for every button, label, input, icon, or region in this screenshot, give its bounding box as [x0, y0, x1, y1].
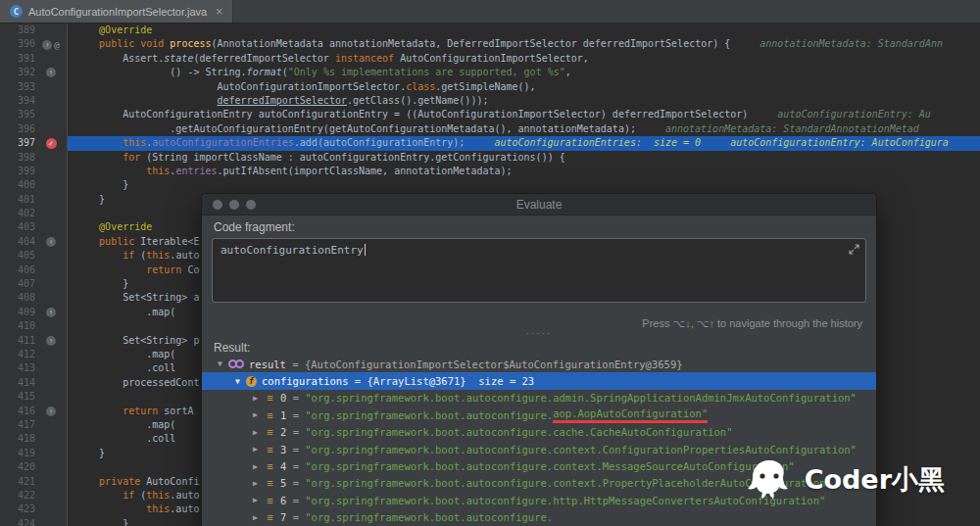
tab-close-icon[interactable]: × [216, 5, 222, 19]
gutter[interactable]: 402 [0, 207, 68, 220]
gutter[interactable]: 400 [0, 178, 68, 192]
gutter[interactable]: 401 [0, 193, 68, 207]
equals-sign: = [286, 409, 305, 421]
code-line-397[interactable]: 397✓ this.autoConfigurationEntries.add(a… [0, 136, 980, 150]
override-marker-icon: ↑ [46, 336, 56, 346]
gutter[interactable]: 407 [0, 277, 68, 291]
item-value: "org.springframework.boot.autoconfigure.… [305, 460, 794, 472]
code-text[interactable]: this.autoConfigurationEntries.add(autoCo… [68, 136, 980, 150]
code-line-398[interactable]: 398 for (String importClassName : autoCo… [0, 151, 980, 165]
tree-row-configurations[interactable]: ▼fconfigurations = {ArrayList@3671} size… [202, 372, 876, 389]
gutter[interactable]: 412 [0, 348, 68, 361]
gutter[interactable]: 419 [0, 447, 68, 460]
at-icon: @ [54, 40, 59, 50]
gutter[interactable]: 390↑@ [0, 37, 68, 51]
line-number: 410 [0, 319, 35, 333]
gutter[interactable]: 398 [0, 151, 68, 165]
code-fragment-input[interactable]: autoConfigurationEntry [212, 238, 866, 303]
gutter[interactable]: 416↑ [0, 405, 68, 418]
gutter[interactable]: 395 [0, 108, 68, 121]
code-line-390[interactable]: 390↑@ public void process(AnnotationMeta… [0, 37, 980, 51]
equals-sign: = [286, 460, 305, 472]
expand-icon[interactable] [849, 244, 859, 255]
gutter[interactable]: 391 [0, 52, 68, 66]
code-text[interactable]: () -> String.format("Only %s implementat… [68, 66, 980, 79]
code-line-391[interactable]: 391 Assert.state(deferredImportSelector … [0, 52, 980, 66]
gutter[interactable]: 420 [0, 460, 68, 474]
tree-row-item-1[interactable]: ▶≡1 = "org.springframework.boot.autoconf… [202, 406, 876, 423]
breakpoint-icon[interactable]: ✓ [46, 138, 57, 149]
expand-arrow-icon[interactable]: ▶ [249, 410, 262, 419]
gutter[interactable]: 396 [0, 122, 68, 136]
code-text[interactable]: this.entries.putIfAbsent(importClassName… [68, 165, 980, 178]
gutter[interactable]: 405 [0, 249, 68, 263]
tree-row-item-7[interactable]: ▶≡7 = "org.springframework.boot.autoconf… [202, 509, 876, 526]
expand-arrow-icon[interactable]: ▼ [214, 359, 226, 368]
gutter[interactable]: 406 [0, 263, 68, 277]
gutter[interactable]: 415 [0, 390, 68, 404]
code-text[interactable]: for (String importClassName : autoConfig… [68, 151, 980, 165]
gutter[interactable]: 413 [0, 361, 68, 375]
text-caret [365, 244, 366, 256]
gutter[interactable]: 410 [0, 319, 68, 333]
item-value: "org.springframework.boot.autoconfigure.… [305, 392, 857, 404]
gutter[interactable]: 411↑ [0, 334, 68, 348]
gutter[interactable]: 421 [0, 475, 68, 489]
code-text[interactable]: public void process(AnnotationMetadata a… [68, 37, 980, 51]
code-text[interactable]: .getAutoConfigurationEntry(getAutoConfig… [68, 122, 980, 136]
expand-arrow-icon[interactable]: ▶ [249, 496, 262, 504]
tree-row-result[interactable]: ▼result = {AutoConfigurationImportSelect… [202, 356, 876, 372]
line-number: 414 [0, 376, 35, 390]
gutter[interactable]: 393 [0, 80, 68, 94]
splitter-handle[interactable]: ····· [202, 329, 876, 339]
line-number: 397 [0, 136, 35, 150]
expand-arrow-icon[interactable]: ▶ [249, 428, 262, 437]
code-text[interactable]: Assert.state(deferredImportSelector inst… [68, 52, 980, 66]
gutter[interactable]: 409↑ [0, 306, 68, 319]
code-line-395[interactable]: 395 AutoConfigurationEntry autoConfigura… [0, 108, 980, 121]
list-item-icon: ≡ [264, 444, 276, 455]
line-number: 395 [0, 108, 35, 121]
gutter[interactable]: 392↑ [0, 66, 68, 79]
tree-row-item-2[interactable]: ▶≡2 = "org.springframework.boot.autoconf… [202, 424, 876, 441]
gutter[interactable]: 414 [0, 376, 68, 390]
expand-arrow-icon[interactable]: ▶ [249, 394, 262, 403]
code-line-400[interactable]: 400 } [0, 178, 980, 192]
gutter[interactable]: 389 [0, 24, 68, 37]
window-control-dots[interactable] [213, 200, 256, 210]
gutter[interactable]: 418 [0, 432, 68, 446]
gutter[interactable]: 423 [0, 502, 68, 516]
code-line-399[interactable]: 399 this.entries.putIfAbsent(importClass… [0, 165, 980, 178]
item-value-highlighted: aop.AopAutoConfiguration" [553, 407, 708, 423]
code-line-389[interactable]: 389 @Override [0, 24, 980, 37]
expand-arrow-icon[interactable]: ▼ [231, 377, 244, 386]
code-text[interactable]: deferredImportSelector.getClass().getNam… [68, 94, 980, 108]
gutter[interactable]: 399 [0, 165, 68, 178]
expand-arrow-icon[interactable]: ▶ [249, 513, 262, 522]
gutter[interactable]: 394 [0, 94, 68, 108]
gutter[interactable]: 408 [0, 291, 68, 305]
gutter[interactable]: 404↑ [0, 235, 68, 249]
tree-row-item-3[interactable]: ▶≡3 = "org.springframework.boot.autoconf… [202, 441, 876, 457]
code-text[interactable]: @Override [68, 24, 980, 37]
code-line-392[interactable]: 392↑ () -> String.format("Only %s implem… [0, 66, 980, 79]
code-line-396[interactable]: 396 .getAutoConfigurationEntry(getAutoCo… [0, 122, 980, 136]
watch-result-icon [228, 359, 244, 368]
gutter[interactable]: 422 [0, 489, 68, 502]
tab-autoconfigurationimportselector[interactable]: C AutoConfigurationImportSelector.java × [0, 0, 233, 23]
gutter[interactable]: 397✓ [0, 136, 68, 150]
gutter[interactable]: 403 [0, 220, 68, 234]
code-line-393[interactable]: 393 AutoConfigurationImportSelector.clas… [0, 80, 980, 94]
code-line-394[interactable]: 394 deferredImportSelector.getClass().ge… [0, 94, 980, 108]
tree-row-item-0[interactable]: ▶≡0 = "org.springframework.boot.autoconf… [202, 390, 876, 406]
expand-arrow-icon[interactable]: ▶ [249, 479, 262, 488]
gutter[interactable]: 417 [0, 418, 68, 432]
expand-arrow-icon[interactable]: ▶ [249, 462, 262, 471]
expand-arrow-icon[interactable]: ▶ [249, 445, 262, 454]
dialog-titlebar[interactable]: Evaluate [202, 194, 876, 215]
line-number: 412 [0, 348, 35, 361]
code-text[interactable]: } [68, 178, 980, 192]
gutter[interactable]: 424 [0, 517, 68, 526]
code-text[interactable]: AutoConfigurationEntry autoConfiguration… [68, 108, 980, 121]
code-text[interactable]: AutoConfigurationImportSelector.class.ge… [68, 80, 980, 94]
